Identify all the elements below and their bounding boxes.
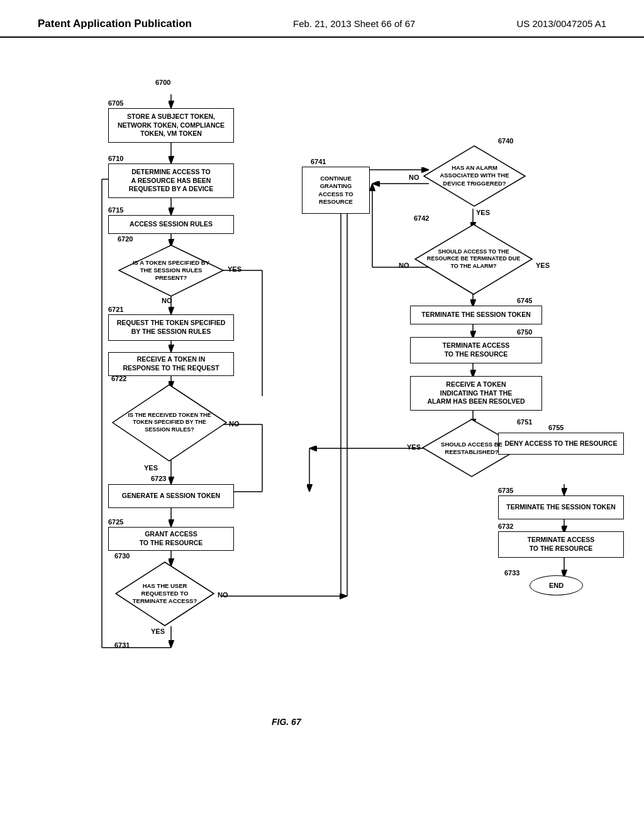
header-right: US 2013/0047205 A1 [516, 18, 606, 29]
label-6742: 6742 [414, 214, 429, 222]
label-6731: 6731 [114, 641, 130, 649]
label-6722: 6722 [111, 375, 126, 382]
label-6741: 6741 [311, 158, 326, 165]
box-6735: TERMINATE THE SESSION TOKEN [498, 495, 624, 519]
diamond-6751: SHOULD ACCESS BE REESTABLISHED? [421, 418, 522, 478]
label-yes-6730: YES [151, 628, 165, 635]
box-6715: ACCESS SESSION RULES [108, 215, 234, 234]
label-6725: 6725 [108, 518, 123, 526]
label-6745: 6745 [517, 297, 532, 304]
box-6750: TERMINATE ACCESS TO THE RESOURCE [410, 337, 542, 363]
label-6755: 6755 [548, 424, 564, 431]
label-6733: 6733 [504, 569, 519, 577]
label-no-6720: NO [162, 297, 172, 304]
label-6710: 6710 [108, 155, 123, 162]
box-6710: DETERMINE ACCESS TO A RESOURCE HAS BEEN … [108, 163, 234, 198]
box-6732: TERMINATE ACCESS TO THE RESOURCE [498, 531, 624, 558]
box-6721: REQUEST THE TOKEN SPECIFIED BY THE SESSI… [108, 314, 234, 341]
fig-label: FIG. 67 [272, 717, 301, 727]
diamond-6730: HAS THE USER REQUESTED TO TERMINATE ACCE… [114, 561, 215, 627]
label-6735: 6735 [498, 487, 513, 494]
label-yes-6742: YES [536, 262, 550, 269]
box-receive-token: RECEIVE A TOKEN IN RESPONSE TO THE REQUE… [108, 352, 234, 376]
diamond-6720: IS A TOKEN SPECIFIED BY THE SESSION RULE… [118, 244, 225, 297]
box-6745: TERMINATE THE SESSION TOKEN [410, 306, 542, 324]
page: Patent Application Publication Feb. 21, … [0, 0, 644, 830]
header-center: Feb. 21, 2013 Sheet 66 of 67 [293, 18, 415, 29]
box-alarm-resolved: RECEIVE A TOKEN INDICATING THAT THE ALAR… [410, 376, 542, 411]
header: Patent Application Publication Feb. 21, … [0, 0, 644, 38]
label-6720: 6720 [118, 235, 133, 243]
label-yes-6720: YES [228, 265, 242, 273]
diamond-6722: IS THE RECEIVED TOKEN THE TOKEN SPECIFIE… [111, 384, 228, 462]
label-6751: 6751 [517, 418, 532, 426]
label-6700: 6700 [155, 79, 170, 86]
label-6730: 6730 [114, 552, 130, 560]
box-6724: GENERATE A SESSION TOKEN [108, 484, 234, 508]
label-yes-6751: YES [407, 443, 421, 451]
oval-6733: END [530, 575, 583, 595]
label-6705: 6705 [108, 99, 123, 107]
label-6732: 6732 [498, 523, 513, 530]
header-left: Patent Application Publication [38, 18, 192, 30]
diamond-6742: SHOULD ACCESS TO THE RESOURCE BE TERMINA… [414, 223, 533, 296]
box-6725: GRANT ACCESS TO THE RESOURCE [108, 527, 234, 551]
label-yes-6722: YES [144, 464, 158, 472]
box-6755: DENY ACCESS TO THE RESOURCE [498, 433, 624, 455]
diagram: 6700 STORE A SUBJECT TOKEN, NETWORK TOKE… [39, 44, 605, 786]
label-no-6742: NO [399, 262, 409, 269]
label-6723: 6723 [151, 475, 166, 482]
label-yes-6740: YES [476, 209, 490, 216]
label-6740: 6740 [498, 137, 513, 145]
label-6721: 6721 [108, 306, 123, 313]
label-no-6722: NO [229, 420, 240, 428]
label-6750: 6750 [517, 328, 532, 336]
box-6741: CONTINUE GRANTING ACCESS TO RESOURCE [302, 167, 370, 214]
label-6715: 6715 [108, 206, 123, 214]
box-6705: STORE A SUBJECT TOKEN, NETWORK TOKEN, CO… [108, 108, 234, 143]
label-no-6730: NO [218, 591, 228, 599]
diamond-6740: HAS AN ALARM ASSOCIATED WITH THE DEVICE … [423, 145, 526, 208]
label-no-6740: NO [409, 174, 419, 181]
